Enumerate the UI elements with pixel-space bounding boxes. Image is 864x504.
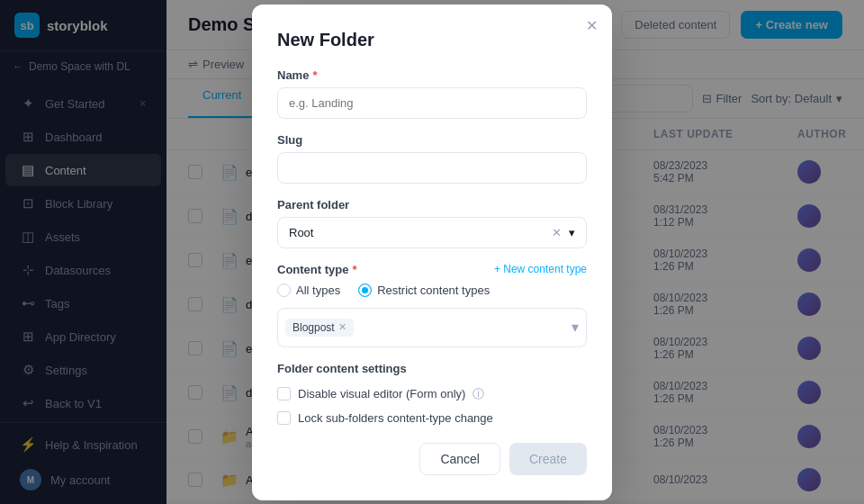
create-button[interactable]: Create bbox=[509, 443, 587, 475]
clear-parent-button[interactable]: ✕ bbox=[552, 226, 562, 239]
modal-title: New Folder bbox=[277, 30, 587, 50]
slug-label: Slug bbox=[277, 133, 587, 147]
cancel-button[interactable]: Cancel bbox=[419, 443, 500, 475]
lock-subfolder-option[interactable]: Lock sub-folders content-type change bbox=[277, 411, 587, 425]
restrict-types-option[interactable]: Restrict content types bbox=[358, 284, 490, 297]
parent-folder-value: Root bbox=[289, 226, 313, 239]
restrict-types-radio[interactable] bbox=[358, 284, 372, 297]
name-label: Name * bbox=[277, 68, 587, 82]
folder-settings-label: Folder content settings bbox=[277, 362, 587, 375]
new-content-type-button[interactable]: + New content type bbox=[494, 263, 587, 275]
lock-subfolder-checkbox[interactable] bbox=[277, 411, 291, 425]
modal-overlay: ✕ New Folder Name * Slug Parent folder R… bbox=[0, 0, 864, 504]
remove-tag-button[interactable]: ✕ bbox=[338, 321, 346, 333]
parent-folder-select[interactable]: Root ✕ ▾ bbox=[277, 217, 587, 248]
modal-close-button[interactable]: ✕ bbox=[586, 17, 598, 34]
disable-visual-editor-checkbox[interactable] bbox=[277, 387, 291, 400]
name-field-group: Name * bbox=[277, 68, 587, 119]
tag-blogpost: Blogpost ✕ bbox=[285, 319, 354, 337]
slug-field-group: Slug bbox=[277, 133, 587, 184]
content-type-radio-group: All types Restrict content types bbox=[277, 284, 587, 297]
required-indicator: * bbox=[352, 263, 356, 276]
required-indicator: * bbox=[312, 68, 317, 82]
new-folder-modal: ✕ New Folder Name * Slug Parent folder R… bbox=[252, 4, 612, 500]
chevron-down-icon: ▾ bbox=[572, 319, 579, 336]
name-input[interactable] bbox=[277, 87, 587, 119]
parent-folder-group: Parent folder Root ✕ ▾ bbox=[277, 198, 587, 248]
all-types-radio[interactable] bbox=[277, 284, 291, 297]
info-icon[interactable]: ⓘ bbox=[472, 386, 484, 402]
content-type-group: Content type * + New content type All ty… bbox=[277, 263, 587, 347]
all-types-option[interactable]: All types bbox=[277, 284, 340, 297]
modal-actions: Cancel Create bbox=[277, 443, 587, 475]
slug-input[interactable] bbox=[277, 152, 587, 184]
parent-folder-label: Parent folder bbox=[277, 198, 587, 212]
disable-visual-editor-option[interactable]: Disable visual editor (Form only) ⓘ bbox=[277, 386, 587, 402]
content-type-label: Content type * bbox=[277, 263, 357, 276]
chevron-down-icon: ▾ bbox=[569, 226, 575, 239]
folder-settings-group: Folder content settings Disable visual e… bbox=[277, 362, 587, 425]
content-type-tag-input[interactable]: Blogpost ✕ ▾ bbox=[277, 308, 587, 347]
